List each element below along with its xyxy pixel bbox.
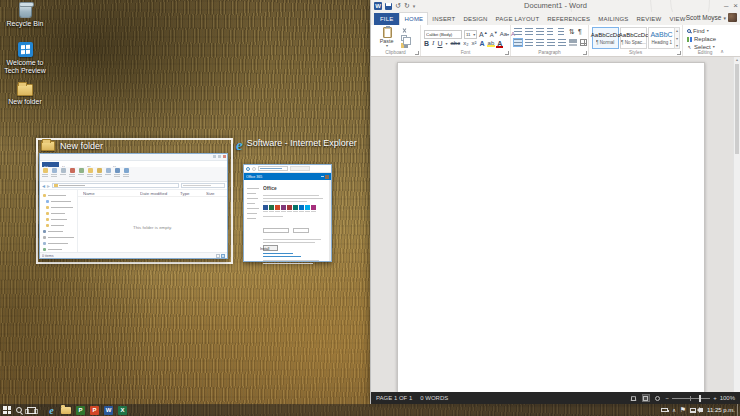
copy-icon[interactable] bbox=[401, 35, 407, 41]
back-icon[interactable] bbox=[246, 167, 250, 171]
task-view-button[interactable] bbox=[27, 404, 36, 416]
strikethrough-icon[interactable]: abc bbox=[450, 40, 460, 46]
dialog-launcher-icon[interactable] bbox=[505, 51, 509, 55]
borders-icon[interactable] bbox=[580, 39, 587, 46]
zoom-slider-thumb[interactable] bbox=[699, 395, 701, 402]
underline-icon[interactable]: U bbox=[437, 40, 442, 47]
install-button[interactable]: Install bbox=[263, 245, 278, 251]
increase-indent-icon[interactable] bbox=[558, 28, 566, 35]
sort-icon[interactable]: ⇅ bbox=[569, 28, 575, 35]
tab-mailings[interactable]: MAILINGS bbox=[594, 13, 632, 25]
dialog-launcher-icon[interactable] bbox=[583, 51, 587, 55]
align-right-icon[interactable] bbox=[536, 39, 544, 46]
explorer-preview-window[interactable]: New folder File Home Share View bbox=[39, 153, 228, 259]
font-size-combo[interactable]: 11 ▾ bbox=[464, 30, 477, 39]
line-spacing-icon[interactable] bbox=[558, 39, 566, 46]
zoom-in-icon[interactable]: + bbox=[713, 395, 717, 401]
explorer-file-list[interactable]: Name Date modified Type Size This folder… bbox=[78, 190, 227, 252]
scroll-up-icon[interactable]: ▴ bbox=[734, 57, 740, 63]
scrollbar-thumb[interactable] bbox=[735, 64, 739, 154]
font-name-combo[interactable]: Calibri (Body) ▾ bbox=[424, 30, 462, 39]
word-count[interactable]: 0 WORDS bbox=[420, 395, 448, 401]
forward-icon[interactable]: ▸ bbox=[47, 183, 50, 189]
ie-scrollbar[interactable] bbox=[329, 180, 331, 261]
view-toggle-icons[interactable] bbox=[216, 254, 225, 258]
avatar[interactable] bbox=[728, 13, 737, 22]
clock[interactable]: 11:25 p.m. bbox=[707, 407, 735, 413]
chevron-down-icon[interactable]: ▾ bbox=[445, 41, 447, 46]
page-indicator[interactable]: PAGE 1 OF 1 bbox=[376, 395, 412, 401]
select-button[interactable]: Select ▾ bbox=[687, 44, 716, 50]
cut-icon[interactable] bbox=[401, 28, 408, 33]
style-heading1[interactable]: AaBbC Heading 1 bbox=[648, 27, 675, 49]
print-layout-icon[interactable] bbox=[642, 394, 650, 402]
taskbar-project[interactable]: P bbox=[76, 404, 85, 416]
font-color-icon[interactable]: A bbox=[497, 40, 502, 47]
ie-preview-window[interactable]: Office 365 Office bbox=[243, 164, 332, 262]
start-button[interactable] bbox=[3, 404, 11, 416]
tab-home[interactable]: HOME bbox=[399, 12, 428, 25]
tab-design[interactable]: DESIGN bbox=[459, 13, 491, 25]
taskbar-search-button[interactable] bbox=[16, 404, 22, 416]
zoom-out-icon[interactable]: − bbox=[666, 395, 670, 401]
explorer-address-bar[interactable]: ◂ ▸ bbox=[40, 182, 227, 190]
bullets-icon[interactable] bbox=[514, 28, 522, 35]
tab-file[interactable]: FILE bbox=[374, 13, 399, 25]
numbering-icon[interactable] bbox=[525, 28, 533, 35]
column-size[interactable]: Size bbox=[206, 192, 215, 196]
scroll-down-icon[interactable]: ▾ bbox=[676, 36, 678, 41]
column-date-modified[interactable]: Date modified bbox=[140, 192, 167, 196]
decrease-indent-icon[interactable] bbox=[547, 28, 555, 35]
explorer-search-box[interactable] bbox=[181, 183, 225, 188]
change-case-icon[interactable]: Aa▾ bbox=[500, 30, 509, 39]
zoom-level[interactable]: 100% bbox=[720, 395, 735, 401]
collapse-ribbon-icon[interactable]: ∧ bbox=[720, 48, 724, 54]
italic-icon[interactable]: I bbox=[432, 39, 434, 47]
multilevel-list-icon[interactable] bbox=[536, 28, 544, 35]
vertical-scrollbar[interactable]: ▴ bbox=[733, 57, 740, 392]
grow-font-icon[interactable]: A▲ bbox=[479, 28, 488, 39]
action-center-flag-icon[interactable]: ⚑ bbox=[680, 406, 686, 414]
highlight-color-icon[interactable]: ab bbox=[488, 40, 495, 46]
language-dropdown[interactable] bbox=[263, 228, 289, 233]
dialog-launcher-icon[interactable] bbox=[677, 51, 681, 55]
battery-icon[interactable] bbox=[661, 408, 668, 412]
tray-expand-icon[interactable]: ∧ bbox=[672, 408, 676, 413]
taskbar-word[interactable]: W bbox=[104, 404, 113, 416]
account-menu[interactable]: Scott Moyse ▾ bbox=[686, 13, 737, 22]
styles-gallery-scroll[interactable]: ▴ ▾ ▾ bbox=[674, 27, 680, 49]
explorer-nav-pane[interactable] bbox=[40, 190, 78, 252]
text-effects-icon[interactable]: A bbox=[480, 40, 485, 47]
bold-icon[interactable]: B bbox=[424, 40, 429, 47]
close-button[interactable]: × bbox=[733, 0, 738, 11]
taskbar-powerpoint[interactable]: P bbox=[90, 404, 99, 416]
volume-icon[interactable] bbox=[700, 408, 703, 412]
zoom-control[interactable]: − + 100% bbox=[666, 395, 735, 401]
tab-page-layout[interactable]: PAGE LAYOUT bbox=[492, 13, 544, 25]
taskbar-internet-explorer[interactable]: e bbox=[47, 404, 56, 416]
tab-references[interactable]: REFERENCES bbox=[543, 13, 594, 25]
align-center-icon[interactable] bbox=[525, 39, 533, 46]
minimize-button[interactable]: – bbox=[724, 0, 728, 11]
back-icon[interactable]: ◂ bbox=[42, 183, 45, 189]
tab-insert[interactable]: INSERT bbox=[428, 13, 459, 25]
replace-button[interactable]: Replace bbox=[687, 36, 716, 42]
url-box[interactable] bbox=[258, 166, 288, 171]
taskbar-excel[interactable]: X bbox=[118, 404, 127, 416]
document-page[interactable] bbox=[397, 62, 705, 392]
desktop-icon-new-folder[interactable]: New folder bbox=[0, 84, 50, 106]
breadcrumb[interactable] bbox=[52, 183, 179, 188]
taskbar-file-explorer[interactable] bbox=[61, 404, 71, 416]
gallery-more-icon[interactable]: ▾ bbox=[676, 43, 678, 48]
snap-thumbnail-ie[interactable]: e Software - Internet Explorer Office 36… bbox=[236, 138, 336, 264]
desktop-icon-welcome[interactable]: Welcome to Tech Preview bbox=[0, 42, 50, 75]
find-button[interactable]: Find ▾ bbox=[687, 28, 716, 34]
document-area[interactable] bbox=[371, 57, 733, 392]
justify-icon[interactable] bbox=[547, 39, 555, 46]
forward-icon[interactable] bbox=[252, 167, 256, 171]
browser-tab[interactable] bbox=[290, 166, 310, 171]
style-normal[interactable]: AaBbCcDc ¶ Normal bbox=[592, 27, 619, 49]
style-no-spacing[interactable]: AaBbCcDc ¶ No Spac... bbox=[620, 27, 647, 49]
zoom-slider[interactable] bbox=[672, 398, 710, 399]
account-area[interactable] bbox=[321, 175, 329, 179]
